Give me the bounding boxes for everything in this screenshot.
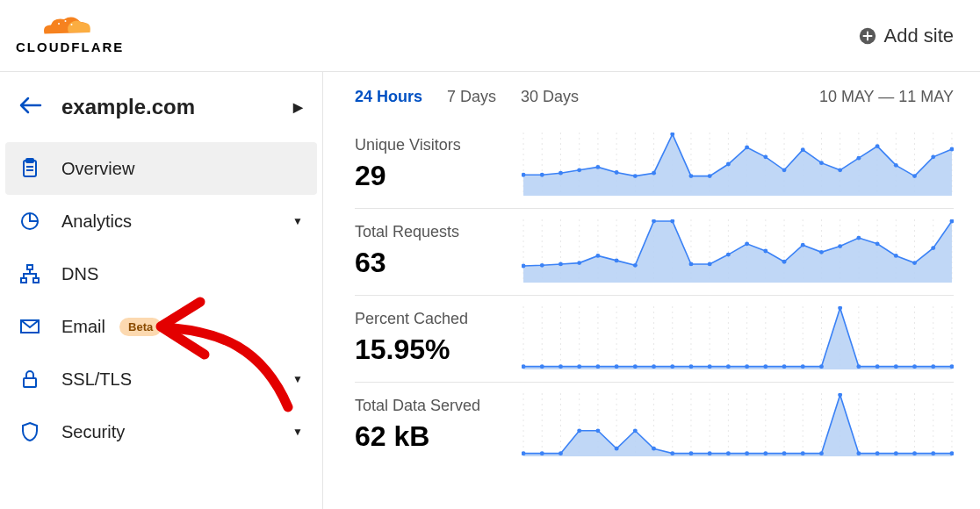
svg-point-185 (558, 451, 563, 455)
svg-point-187 (595, 428, 600, 433)
svg-point-137 (558, 364, 563, 369)
svg-point-147 (745, 364, 749, 369)
stat-label: Total Requests (355, 223, 522, 241)
svg-rect-14 (24, 378, 36, 387)
sidebar-item-overview[interactable]: Overview (5, 142, 317, 195)
svg-point-109 (931, 246, 935, 250)
svg-point-105 (856, 236, 861, 240)
svg-point-54 (801, 147, 805, 152)
beta-badge: Beta (119, 318, 162, 336)
svg-point-46 (652, 171, 656, 176)
svg-point-197 (782, 451, 787, 455)
pie-chart-icon (19, 211, 40, 232)
svg-point-56 (838, 168, 842, 172)
svg-point-151 (819, 364, 824, 369)
svg-point-55 (819, 161, 824, 165)
sidebar-item-label: Email (61, 317, 105, 337)
svg-point-45 (633, 174, 638, 178)
svg-point-152 (838, 306, 842, 310)
svg-point-104 (838, 244, 842, 248)
chevron-down-icon: ▼ (292, 215, 303, 227)
svg-point-186 (577, 428, 581, 433)
svg-point-157 (931, 364, 935, 369)
stat-value: 63 (355, 247, 522, 279)
sidebar-item-label: Security (61, 422, 125, 442)
svg-point-201 (856, 451, 861, 455)
svg-rect-10 (27, 265, 32, 269)
add-site-button[interactable]: Add site (858, 25, 955, 47)
svg-point-92 (615, 258, 619, 262)
svg-point-97 (708, 262, 712, 267)
svg-point-50 (726, 162, 731, 167)
svg-point-88 (540, 263, 544, 268)
date-range: 10 MAY — 11 MAY (819, 88, 954, 106)
svg-rect-12 (33, 278, 39, 283)
sidebar-item-email[interactable]: Email Beta (0, 300, 322, 353)
svg-point-148 (763, 364, 767, 369)
stat-total-requests: Total Requests 63 (355, 209, 954, 296)
chevron-down-icon: ▼ (292, 373, 303, 385)
stat-label: Total Data Served (355, 397, 522, 415)
stat-unique-visitors: Unique Visitors 29 (355, 122, 954, 209)
sparkline-total-requests (522, 219, 954, 283)
sidebar-item-ssl-tls[interactable]: SSL/TLS ▼ (0, 353, 322, 405)
stat-label: Percent Cached (355, 310, 522, 328)
svg-point-199 (819, 451, 824, 455)
cloudflare-logo[interactable]: CLOUDFLARE (16, 10, 148, 62)
svg-point-198 (801, 451, 805, 455)
shield-icon (19, 421, 40, 442)
svg-point-184 (540, 451, 544, 455)
add-site-label: Add site (884, 25, 955, 47)
svg-point-204 (912, 451, 917, 455)
sparkline-percent-cached (522, 306, 954, 369)
time-range-tabs: 24 Hours 7 Days 30 Days 10 MAY — 11 MAY (355, 88, 954, 106)
svg-point-59 (894, 163, 898, 168)
site-name: example.com (61, 95, 195, 119)
sparkline-total-data-served (522, 393, 954, 456)
svg-point-156 (912, 364, 917, 369)
svg-point-202 (876, 451, 880, 455)
site-selector[interactable]: example.com ▶ (0, 72, 322, 142)
tab-30-days[interactable]: 30 Days (521, 88, 579, 106)
stat-percent-cached: Percent Cached 15.95% (355, 296, 954, 383)
sidebar-item-dns[interactable]: DNS (0, 247, 322, 300)
stat-value: 62 kB (355, 420, 522, 453)
svg-point-108 (912, 261, 917, 265)
sidebar-item-label: SSL/TLS (61, 369, 132, 390)
svg-point-44 (615, 170, 619, 175)
svg-point-194 (726, 451, 731, 455)
svg-point-155 (894, 364, 898, 369)
sidebar-item-label: Analytics (61, 211, 132, 232)
svg-point-40 (540, 173, 544, 177)
tab-7-days[interactable]: 7 Days (447, 88, 496, 106)
svg-point-57 (856, 156, 861, 161)
svg-point-93 (633, 263, 638, 268)
svg-point-142 (652, 364, 656, 369)
stat-value: 29 (355, 160, 522, 192)
svg-point-191 (670, 451, 674, 455)
svg-point-103 (819, 250, 824, 254)
svg-point-0 (58, 23, 60, 25)
svg-point-90 (577, 261, 581, 265)
svg-point-145 (708, 364, 712, 369)
back-arrow-icon[interactable] (19, 95, 42, 119)
stat-total-data-served: Total Data Served 62 kB (355, 383, 954, 469)
sidebar-item-security[interactable]: Security ▼ (0, 405, 322, 458)
svg-point-154 (876, 364, 880, 369)
svg-point-138 (577, 364, 581, 369)
svg-point-196 (763, 451, 767, 455)
sidebar-item-analytics[interactable]: Analytics ▼ (0, 195, 322, 247)
svg-point-48 (689, 174, 694, 178)
svg-point-188 (615, 447, 619, 451)
svg-point-107 (894, 254, 898, 258)
svg-point-136 (540, 364, 544, 369)
chevron-down-icon: ▼ (292, 426, 303, 438)
svg-point-189 (633, 428, 638, 433)
tab-24-hours[interactable]: 24 Hours (355, 88, 422, 106)
svg-point-139 (595, 364, 600, 369)
svg-point-144 (689, 364, 694, 369)
chevron-right-icon: ▶ (293, 100, 303, 114)
svg-point-49 (708, 174, 712, 178)
svg-text:CLOUDFLARE: CLOUDFLARE (16, 39, 124, 54)
svg-rect-11 (21, 278, 26, 283)
